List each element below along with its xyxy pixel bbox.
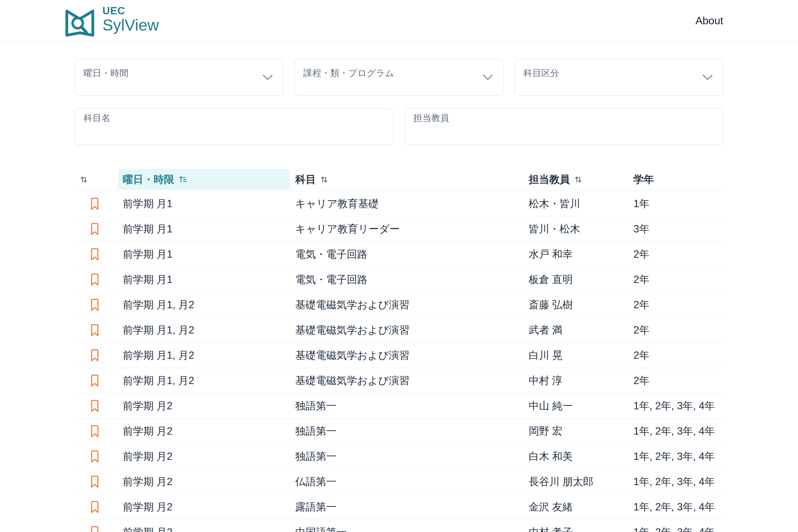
logo-uec-label: UEC <box>102 6 159 16</box>
row-bookmark-cell <box>75 374 118 387</box>
row-year-cell: 2年 <box>633 298 723 312</box>
bookmark-icon <box>90 383 100 388</box>
row-time-cell: 前学期 月1, 月2 <box>118 348 295 362</box>
bookmark-button[interactable] <box>90 374 100 387</box>
row-year-cell: 1年, 2年, 3年, 4年 <box>633 525 723 532</box>
row-bookmark-cell <box>75 424 118 438</box>
row-time-cell: 前学期 月2 <box>118 475 295 489</box>
table-header-row: 曜日・時限 科目 <box>75 168 723 191</box>
table-row: 前学期 月2 仏語第一 長谷川 朋太郎 1年, 2年, 3年, 4年 <box>75 469 723 494</box>
row-instructor-cell: 水戸 和幸 <box>529 247 633 261</box>
column-header-subject[interactable]: 科目 <box>295 173 529 187</box>
table-row: 前学期 月1, 月2 基礎電磁気学および演習 斎藤 弘樹 2年 <box>75 292 723 318</box>
row-subject-cell: 電気・電子回路 <box>295 247 529 261</box>
bookmark-icon <box>90 510 100 515</box>
row-instructor-cell: 長谷川 朋太郎 <box>529 475 633 489</box>
bookmark-button[interactable] <box>90 424 100 438</box>
row-bookmark-cell <box>75 248 118 261</box>
row-bookmark-cell <box>75 273 118 286</box>
row-instructor-cell: 白川 晃 <box>529 348 633 362</box>
table-row: 前学期 月1 電気・電子回路 板倉 直明 2年 <box>75 267 723 292</box>
column-header-time: 曜日・時限 <box>118 169 295 190</box>
column-header-year: 学年 <box>633 173 723 187</box>
row-subject-cell: キャリア教育リーダー <box>295 222 529 236</box>
bookmark-icon <box>90 207 100 211</box>
bookmark-button[interactable] <box>90 324 100 337</box>
bookmark-icon <box>90 408 100 414</box>
row-time-cell: 前学期 月1, 月2 <box>118 298 295 312</box>
table-row: 前学期 月1 電気・電子回路 水戸 和幸 2年 <box>75 242 723 267</box>
instructor-input[interactable] <box>405 108 723 145</box>
bookmark-button[interactable] <box>90 399 100 413</box>
filter-program-select[interactable]: 課程・類・プログラム <box>294 59 503 96</box>
book-search-icon <box>63 3 96 38</box>
row-year-cell: 1年, 2年, 3年, 4年 <box>633 450 723 463</box>
table-row: 前学期 月2 露語第一 金沢 友緒 1年, 2年, 3年, 4年 <box>75 494 723 520</box>
table-row: 前学期 月1 キャリア教育基礎 松木・皆川 1年 <box>75 191 723 216</box>
row-year-cell: 2年 <box>633 348 723 362</box>
bookmark-button[interactable] <box>90 500 100 514</box>
page: UEC SylView About 曜日・時間 課程・類・プログラム 科目区分 <box>0 0 798 532</box>
column-header-instructor[interactable]: 担当教員 <box>529 173 633 187</box>
bookmark-button[interactable] <box>90 298 100 311</box>
row-year-cell: 2年 <box>633 374 723 388</box>
bookmark-button[interactable] <box>90 273 100 286</box>
row-instructor-cell: 皆川・松木 <box>529 222 633 236</box>
row-year-cell: 2年 <box>633 273 723 287</box>
app-logo[interactable]: UEC SylView <box>63 3 159 38</box>
bookmark-button[interactable] <box>90 450 100 463</box>
column-header-subject-label: 科目 <box>295 173 316 187</box>
row-bookmark-cell <box>75 349 118 362</box>
row-time-cell: 前学期 月2 <box>118 450 295 463</box>
subject-name-input[interactable] <box>75 108 393 145</box>
table-row: 前学期 月2 独語第一 岡野 宏 1年, 2年, 3年, 4年 <box>75 419 723 444</box>
filter-day-time-select[interactable]: 曜日・時間 <box>75 59 283 96</box>
bookmark-icon <box>90 307 100 312</box>
row-time-cell: 前学期 月1, 月2 <box>118 374 295 388</box>
logo-sylview-label: SylView <box>102 17 159 34</box>
row-time-cell: 前学期 月1 <box>118 273 295 287</box>
bookmark-button[interactable] <box>90 349 100 362</box>
bookmark-button[interactable] <box>90 475 100 489</box>
logo-text: UEC SylView <box>102 6 159 34</box>
row-subject-cell: キャリア教育基礎 <box>295 197 529 211</box>
bookmark-button[interactable] <box>90 197 100 210</box>
table-row: 前学期 月2 中国語第一 中村 孝子 1年, 2年, 3年, 4年 <box>75 520 723 532</box>
bookmark-button[interactable] <box>90 248 100 261</box>
bookmark-button[interactable] <box>90 223 100 236</box>
column-header-sort-all[interactable] <box>75 175 118 184</box>
row-year-cell: 1年, 2年, 3年, 4年 <box>633 424 723 438</box>
sort-arrows-icon <box>79 175 88 184</box>
filter-subject-category-select[interactable]: 科目区分 <box>515 59 723 96</box>
row-time-cell: 前学期 月1 <box>118 197 295 211</box>
row-bookmark-cell <box>75 475 118 489</box>
nav-about-link[interactable]: About <box>695 15 723 27</box>
bookmark-icon <box>90 257 100 262</box>
row-bookmark-cell <box>75 197 118 210</box>
filter-subject-category-label: 科目区分 <box>524 67 559 79</box>
row-bookmark-cell <box>75 223 118 236</box>
row-time-cell: 前学期 月2 <box>118 500 295 514</box>
row-year-cell: 1年, 2年, 3年, 4年 <box>633 500 723 514</box>
row-instructor-cell: 板倉 直明 <box>529 273 633 287</box>
row-subject-cell: 独語第一 <box>295 399 529 413</box>
filter-day-time-label: 曜日・時間 <box>83 67 128 79</box>
bookmark-icon <box>90 484 100 490</box>
row-time-cell: 前学期 月1, 月2 <box>118 323 295 337</box>
row-instructor-cell: 斎藤 弘樹 <box>529 298 633 312</box>
sort-arrows-icon <box>320 175 328 184</box>
bookmark-icon <box>90 434 100 439</box>
filter-row-inputs <box>75 108 723 145</box>
row-instructor-cell: 金沢 友緒 <box>529 500 633 514</box>
row-subject-cell: 基礎電磁気学および演習 <box>295 374 529 388</box>
row-bookmark-cell <box>75 500 118 514</box>
row-time-cell: 前学期 月1 <box>118 222 295 236</box>
row-instructor-cell: 松木・皆川 <box>529 197 633 211</box>
bookmark-button[interactable] <box>90 526 100 532</box>
column-header-time-button[interactable]: 曜日・時限 <box>118 169 290 190</box>
row-subject-cell: 基礎電磁気学および演習 <box>295 348 529 362</box>
column-header-instructor-label: 担当教員 <box>529 173 570 187</box>
column-header-time-label: 曜日・時限 <box>123 173 174 187</box>
row-instructor-cell: 白木 和美 <box>529 450 633 463</box>
table-row: 前学期 月2 独語第一 白木 和美 1年, 2年, 3年, 4年 <box>75 444 723 469</box>
